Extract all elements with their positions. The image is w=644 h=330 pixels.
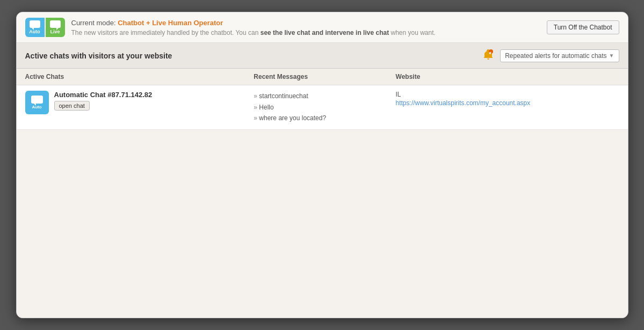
turn-off-chatbot-button[interactable]: Turn Off the Chatbot bbox=[547, 20, 619, 34]
dropdown-arrow-icon: ▼ bbox=[609, 53, 614, 58]
auto-mode-icon: Auto bbox=[25, 18, 45, 37]
mode-line: Current mode: Chatbot + Live Human Opera… bbox=[71, 19, 540, 27]
main-window: Auto Live Current mode: Chatbot + Live H… bbox=[16, 12, 628, 318]
mode-icons: Auto Live bbox=[25, 18, 65, 37]
chat-info: Automatic Chat #87.71.142.82 open chat bbox=[54, 91, 153, 111]
content-area bbox=[17, 130, 628, 318]
message-item: Hello bbox=[254, 102, 378, 113]
alerts-dropdown-label: Repeated alerts for automatic chats bbox=[505, 52, 606, 60]
chat-ip: #87.71.142.82 bbox=[107, 91, 152, 99]
message-item: startcontinuechat bbox=[254, 91, 378, 101]
chats-table: Active Chats Recent Messages Website Aut… bbox=[17, 69, 628, 129]
table-row: Auto Automatic Chat #87.71.142.82 open c… bbox=[17, 85, 628, 129]
auto-label: Auto bbox=[29, 29, 40, 34]
recent-messages-list: startcontinuechatHellowhere are you loca… bbox=[254, 91, 378, 123]
bell-icon[interactable] bbox=[482, 48, 495, 63]
recent-messages-cell: startcontinuechatHellowhere are you loca… bbox=[245, 85, 387, 129]
col-active-chats: Active Chats bbox=[17, 69, 245, 85]
chats-table-wrapper: Active Chats Recent Messages Website Aut… bbox=[17, 69, 628, 129]
live-label: Live bbox=[50, 29, 60, 34]
banner-text: Current mode: Chatbot + Live Human Opera… bbox=[71, 19, 540, 36]
col-recent-messages: Recent Messages bbox=[245, 69, 387, 85]
desc-suffix: when you want. bbox=[391, 29, 436, 36]
live-bubble-icon bbox=[50, 20, 61, 28]
website-cell: IL https://www.virtualspirits.com/my_acc… bbox=[387, 85, 628, 129]
description-line: The new visitors are immediately handled… bbox=[71, 29, 540, 36]
message-item: where are you located? bbox=[254, 113, 378, 123]
top-banner: Auto Live Current mode: Chatbot + Live H… bbox=[17, 12, 628, 43]
open-chat-button[interactable]: open chat bbox=[54, 101, 90, 111]
alerts-dropdown[interactable]: Repeated alerts for automatic chats ▼ bbox=[500, 49, 619, 62]
live-mode-icon: Live bbox=[46, 18, 65, 37]
chat-bubble-icon bbox=[31, 96, 43, 104]
col-website: Website bbox=[387, 69, 628, 85]
website-url[interactable]: https://www.virtualspirits.com/my_accoun… bbox=[396, 99, 531, 107]
mode-label-text: Current mode: bbox=[71, 19, 116, 27]
active-chats-title: Active chats with visitors at your websi… bbox=[25, 52, 172, 60]
header-right: Repeated alerts for automatic chats ▼ bbox=[482, 48, 619, 63]
chat-type-icon: Auto bbox=[25, 91, 49, 114]
table-header-row: Active Chats Recent Messages Website bbox=[17, 69, 628, 85]
chat-cell-content: Auto Automatic Chat #87.71.142.82 open c… bbox=[25, 91, 237, 114]
website-info: IL https://www.virtualspirits.com/my_acc… bbox=[396, 91, 619, 107]
desc-bold: see the live chat and intervene in live … bbox=[261, 29, 389, 36]
desc-prefix: The new visitors are immediately handled… bbox=[71, 29, 259, 36]
active-chat-cell: Auto Automatic Chat #87.71.142.82 open c… bbox=[17, 85, 245, 129]
country-label: IL bbox=[396, 91, 619, 98]
mode-name-text: Chatbot + Live Human Operator bbox=[118, 19, 223, 27]
chat-name: Automatic Chat #87.71.142.82 bbox=[54, 91, 153, 99]
auto-bubble-icon bbox=[30, 20, 40, 28]
active-chats-header: Active chats with visitors at your websi… bbox=[17, 43, 628, 69]
